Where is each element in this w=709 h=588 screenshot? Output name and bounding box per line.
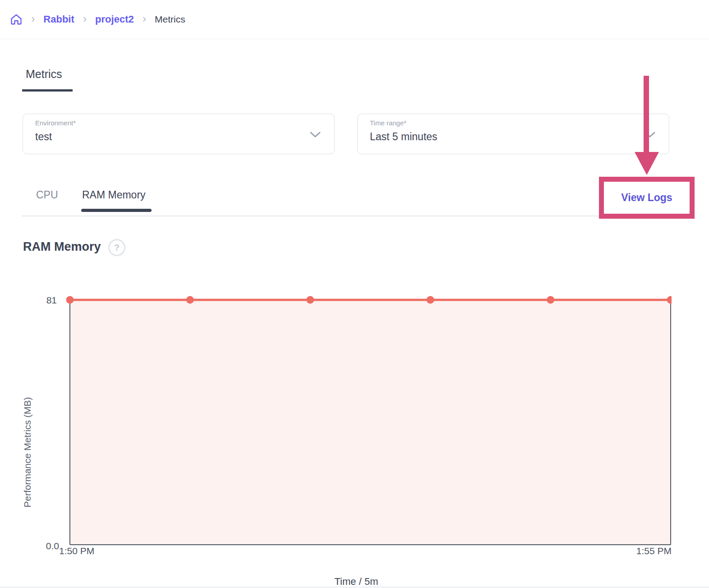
time-range-select-label: Time range*: [370, 119, 406, 127]
annotation-highlight-rect: View Logs: [599, 177, 695, 219]
y-axis-title: Performance Metrics (MB): [22, 397, 32, 507]
tab-ram-memory[interactable]: RAM Memory: [82, 189, 146, 201]
bottom-divider: [0, 587, 709, 588]
environment-select[interactable]: Environment* test: [23, 114, 335, 154]
time-range-select-value: Last 5 minutes: [370, 131, 437, 143]
help-icon[interactable]: ?: [108, 239, 125, 256]
breadcrumb-link-rabbit[interactable]: Rabbit: [43, 14, 74, 25]
chart-area-fill: [70, 300, 671, 545]
y-tick-min: 0.0: [46, 541, 59, 551]
home-icon[interactable]: [10, 13, 23, 26]
environment-select-value: test: [35, 131, 52, 143]
tab-metrics-underline: [22, 89, 73, 92]
chevron-right-icon: ›: [83, 13, 87, 24]
chevron-down-icon: [309, 131, 322, 141]
tabs-divider: [22, 216, 691, 216]
y-tick-max: 81: [46, 295, 57, 305]
chevron-right-icon: ›: [31, 13, 35, 24]
breadcrumb-current-metrics: Metrics: [155, 14, 185, 25]
chart-title: RAM Memory: [23, 240, 101, 254]
tab-cpu[interactable]: CPU: [36, 189, 58, 201]
x-axis-title: Time / 5m: [335, 576, 378, 587]
breadcrumb: › Rabbit › project2 › Metrics: [0, 0, 709, 39]
environment-select-label: Environment*: [35, 119, 76, 127]
x-tick-end: 1:55 PM: [636, 546, 672, 556]
time-range-select[interactable]: Time range* Last 5 minutes: [357, 114, 669, 154]
breadcrumb-link-project2[interactable]: project2: [95, 14, 134, 25]
tab-metrics[interactable]: Metrics: [26, 68, 62, 81]
metrics-page: › Rabbit › project2 › Metrics Metrics En…: [0, 0, 709, 588]
chevron-right-icon: ›: [143, 13, 146, 24]
ram-memory-chart: 810.01:50 PM1:55 PMPerformance Metrics (…: [0, 271, 709, 588]
view-logs-link[interactable]: View Logs: [621, 192, 672, 204]
annotation-arrow-head-icon: [635, 152, 659, 175]
annotation-arrow-shaft: [644, 76, 649, 153]
x-tick-start: 1:50 PM: [59, 546, 94, 556]
tab-ram-memory-underline: [81, 209, 152, 212]
